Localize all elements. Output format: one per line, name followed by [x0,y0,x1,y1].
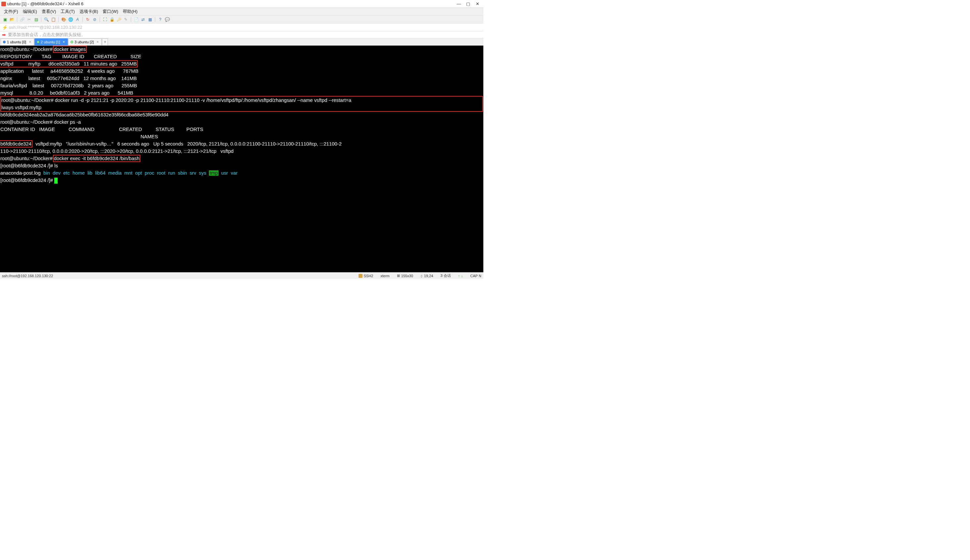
refresh-icon[interactable]: ↻ [85,17,91,22]
toolbar-separator [100,17,100,22]
search-icon[interactable]: 🔍 [43,17,49,22]
toolbar-separator [41,17,42,22]
open-session-icon[interactable]: 📂 [9,17,15,22]
tab-close-icon[interactable]: ✕ [96,40,99,44]
minimize-button[interactable]: — [454,1,463,7]
tab-close-icon[interactable]: ✕ [62,40,65,44]
toolbar-separator [58,17,59,22]
reconnect-icon: 🔗 [19,17,25,22]
toolbar-separator [17,17,17,22]
terminal[interactable]: root@ubuntu:~/Docker# docker imagesREPOS… [0,46,483,272]
status-address: ssh://root@192.168.120.130:22 [2,274,351,278]
lock-icon[interactable]: 🔒 [109,17,115,22]
toolbar-separator [82,17,83,22]
session-tab-2[interactable]: 3 ubuntu [2] ✕ [68,38,102,45]
maximize-button[interactable]: ▢ [463,1,473,7]
tab-status-icon [70,41,73,43]
hint-text: 要添加当前会话，点击左侧的箭头按钮。 [8,32,85,38]
menu-file[interactable]: 文件(F) [2,8,20,15]
session-tab-0[interactable]: 1 ubuntu [0] ✕ [1,38,34,45]
menu-tools[interactable]: 工具(T) [59,8,77,15]
color-icon[interactable]: 🎨 [60,17,67,22]
new-file-icon[interactable]: 📄 [133,17,139,22]
tab-label: 3 ubuntu [2] [75,40,94,44]
status-pos: ⎀ 19,24 [420,274,433,278]
status-ssh: SSH2 [358,274,373,278]
status-updown: ↑ ↓ [458,274,463,278]
edit-icon: ✎ [123,17,129,22]
tab-status-icon [3,41,6,43]
status-term: xterm [380,274,390,278]
title-bar: ubuntu [1] - @b6fdb9cde324:/ - Xshell 6 … [0,0,483,8]
menu-view[interactable]: 查看(V) [40,8,58,15]
tab-strip: 1 ubuntu [0] ✕ 2 ubuntu [1] ✕ 3 ubuntu [… [0,38,483,46]
tab-close-icon[interactable]: ✕ [28,40,32,44]
fullscreen-icon[interactable]: ⛶ [102,17,108,22]
layout-icon[interactable]: ▦ [147,17,153,22]
help-icon[interactable]: ? [157,17,163,22]
toolbar-separator [131,17,131,22]
close-button[interactable]: ✕ [473,1,482,7]
lock-icon [358,274,363,278]
tab-label: 2 ubuntu [1] [41,40,60,44]
address-bar[interactable]: ⚡ ssh://root:*******@192.168.120.130:22 [0,23,483,31]
chat-icon[interactable]: 💬 [164,17,170,22]
grid-icon: ⊞ [397,273,400,278]
arrow-icon[interactable]: ➡ [2,32,6,37]
stop-icon[interactable]: ⊘ [92,17,98,22]
cursor-icon: ⎀ [420,274,423,278]
globe-icon[interactable]: 🌐 [67,17,74,22]
toolbar: ▣ 📂 🔗 ✂ ▤ 🔍 📋 🎨 🌐 A ↻ ⊘ ⛶ 🔒 🔑 ✎ 📄 ⇄ ▦ ? … [0,15,483,23]
transfer-icon[interactable]: ⇄ [140,17,146,22]
new-session-icon[interactable]: ▣ [2,17,8,22]
menu-edit[interactable]: 编辑(E) [21,8,39,15]
menu-window[interactable]: 窗口(W) [100,8,120,15]
menu-bar: 文件(F) 编辑(E) 查看(V) 工具(T) 选项卡(B) 窗口(W) 帮助(… [0,8,483,15]
address-text: ssh://root:*******@192.168.120.130:22 [9,25,82,30]
status-sessions: 3 会话 [440,273,451,278]
plug-icon: ⚡ [2,25,8,30]
session-tab-1[interactable]: 2 ubuntu [1] ✕ [34,38,68,45]
window-title: ubuntu [1] - @b6fdb9cde324:/ - Xshell 6 [7,1,454,6]
menu-tabs[interactable]: 选项卡(B) [77,8,100,15]
key-icon: 🔑 [116,17,122,22]
disconnect-icon: ✂ [26,17,32,22]
menu-help[interactable]: 帮助(H) [121,8,139,15]
tab-status-icon [37,41,39,43]
hint-bar: ➡ 要添加当前会话，点击左侧的箭头按钮。 [0,31,483,38]
copy-icon[interactable]: 📋 [50,17,56,22]
status-caps: CAP N [470,274,482,278]
tab-label: 1 ubuntu [0] [7,40,26,44]
status-size: ⊞ 155x30 [397,273,413,278]
app-logo-icon [1,2,6,6]
tab-add-button[interactable]: + [102,38,108,45]
status-bar: ssh://root@192.168.120.130:22 SSH2 xterm… [0,272,483,279]
font-icon[interactable]: A [75,17,80,22]
properties-icon[interactable]: ▤ [33,17,39,22]
